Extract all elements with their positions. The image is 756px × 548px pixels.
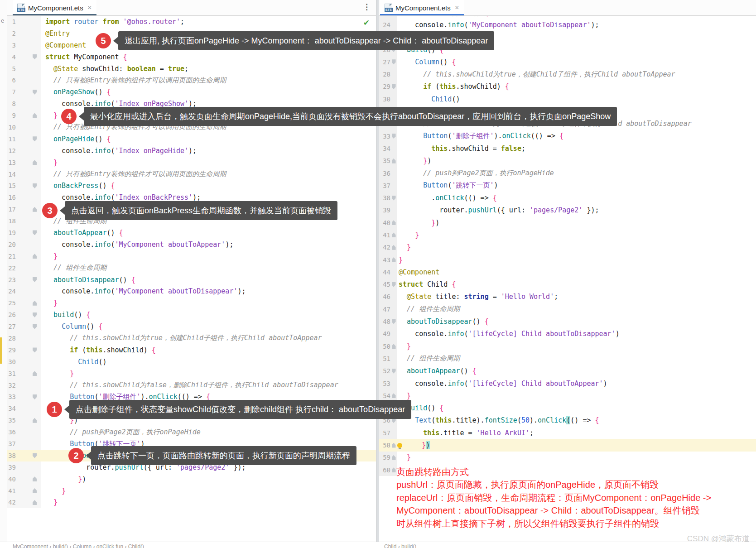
- fold-up-icon[interactable]: [390, 216, 397, 229]
- code-line[interactable]: 44@Component: [379, 266, 756, 278]
- breadcrumb[interactable]: Child › build(): [384, 543, 416, 548]
- code-line[interactable]: 7 onPageShow() {: [7, 86, 376, 98]
- fold-up-icon[interactable]: [16, 497, 41, 509]
- code-line[interactable]: 33 Button('删除子组件').onClick(() => {: [379, 130, 756, 142]
- code-line[interactable]: 27 Column() {: [379, 56, 756, 68]
- fold-down-icon[interactable]: [16, 274, 41, 286]
- code-line[interactable]: 14 // 只有被@Entry装饰的组件才可以调用页面的生命周期: [7, 168, 376, 180]
- code-line[interactable]: 38 .onClick(() => {: [379, 192, 756, 204]
- code-line[interactable]: 1import router from '@ohos.router';: [7, 16, 376, 28]
- lightbulb-icon[interactable]: [397, 443, 402, 448]
- fold-down-icon[interactable]: [16, 450, 41, 461]
- fold-down-icon[interactable]: [16, 344, 41, 356]
- fold-up-icon[interactable]: [16, 250, 41, 262]
- code-line[interactable]: 23 aboutToDisappear() {: [7, 274, 376, 286]
- code-line[interactable]: 52 aboutToAppear() {: [379, 365, 756, 377]
- code-line[interactable]: 28 // this.showChild为true，创建Child子组件，执行C…: [7, 332, 376, 344]
- tab-mycomponent-ets-right[interactable]: ETS MyComponent.ets ✕: [380, 0, 464, 15]
- code-line[interactable]: 39 router.pushUrl({ url: 'pages/Page2' }…: [379, 204, 756, 216]
- code-line[interactable]: 46 @State title: string = 'Hello World';: [379, 291, 756, 303]
- code-line[interactable]: 54 }: [379, 389, 756, 402]
- code-line[interactable]: 42 }: [7, 497, 376, 509]
- code-line[interactable]: 36 // push到Page2页面，执行onPageHide: [379, 167, 756, 179]
- code-line[interactable]: 43}: [379, 254, 756, 266]
- code-line[interactable]: 13 }: [7, 157, 376, 168]
- code-line[interactable]: 24 console.info('MyComponent aboutToDisa…: [379, 19, 756, 31]
- fold-up-icon[interactable]: [16, 157, 41, 168]
- code-lines-left[interactable]: 1import router from '@ohos.router';2@Ent…: [7, 16, 376, 508]
- code-line[interactable]: 25 }: [7, 297, 376, 309]
- fold-up-icon[interactable]: [16, 203, 41, 215]
- code-line[interactable]: 32 // this.showChild为false，删除Child子组件，执行…: [7, 380, 376, 391]
- fold-down-icon[interactable]: [16, 309, 41, 321]
- code-line[interactable]: 4struct MyComponent {: [7, 51, 376, 63]
- code-line[interactable]: 5 @State showChild: boolean = true;: [7, 63, 376, 75]
- code-line[interactable]: 28 // this.showChild为true，创建Child子组件，执行C…: [379, 68, 756, 80]
- fold-down-icon[interactable]: [16, 227, 41, 239]
- fold-down-icon[interactable]: [390, 81, 397, 93]
- code-line[interactable]: 41 }: [379, 229, 756, 241]
- fold-down-icon[interactable]: [16, 391, 41, 403]
- code-line[interactable]: 27 Column() {: [7, 321, 376, 332]
- code-line[interactable]: 20 console.info('MyComponent aboutToAppe…: [7, 239, 376, 250]
- code-line[interactable]: 40 }): [7, 473, 376, 485]
- fold-up-icon[interactable]: [16, 297, 41, 309]
- code-line[interactable]: 29 if (this.showChild) {: [379, 81, 756, 93]
- fold-down-icon[interactable]: [390, 192, 397, 204]
- code-line[interactable]: 36 // push到Page2页面，执行onPageHide: [7, 426, 376, 438]
- fold-down-icon[interactable]: [16, 321, 41, 332]
- breadcrumb[interactable]: MyComponent › build() › Column › onClick…: [13, 543, 144, 548]
- fold-up-icon[interactable]: [16, 473, 41, 485]
- fold-down-icon[interactable]: [16, 86, 41, 98]
- code-lines-right[interactable]: 23 aboutToDisappear() {24 console.info('…: [379, 15, 756, 476]
- code-line[interactable]: 19 aboutToAppear() {: [7, 227, 376, 239]
- fold-down-icon[interactable]: [390, 130, 397, 142]
- fold-up-icon[interactable]: [16, 414, 41, 426]
- inspections-ok-icon[interactable]: ✔: [363, 18, 370, 28]
- close-icon[interactable]: ✕: [87, 5, 92, 11]
- editor-splitter[interactable]: [376, 0, 379, 548]
- code-line[interactable]: 11 onPageHide() {: [7, 133, 376, 145]
- code-line[interactable]: 45struct Child {: [379, 279, 756, 291]
- code-line[interactable]: 42 }: [379, 241, 756, 254]
- fold-up-icon[interactable]: [16, 110, 41, 121]
- fold-up-icon[interactable]: [390, 464, 397, 476]
- close-icon[interactable]: ✕: [455, 5, 459, 11]
- fold-down-icon[interactable]: [390, 365, 397, 377]
- fold-up-icon[interactable]: [390, 241, 397, 254]
- fold-up-icon[interactable]: [16, 368, 41, 380]
- code-line[interactable]: 6 // 只有被@Entry装饰的组件才可以调用页面的生命周期: [7, 74, 376, 86]
- code-line[interactable]: 29 if (this.showChild) {: [7, 344, 376, 356]
- code-line[interactable]: 51 // 组件生命周期: [379, 352, 756, 365]
- code-line[interactable]: 30 Child(): [379, 93, 756, 105]
- fold-down-icon[interactable]: [390, 279, 397, 291]
- code-line[interactable]: 22 // 组件生命周期: [7, 262, 376, 274]
- code-line[interactable]: 56 Text(this.title).fontSize(50).onClick…: [379, 414, 756, 427]
- code-line[interactable]: 12 console.info('Index onPageHide');: [7, 145, 376, 157]
- code-line[interactable]: 35 }): [379, 155, 756, 167]
- code-line[interactable]: 40 }): [379, 216, 756, 229]
- code-line[interactable]: 59 }: [379, 452, 756, 464]
- code-line[interactable]: 48 aboutToDisappear() {: [379, 315, 756, 327]
- code-line[interactable]: 49 console.info('[lifeCycle] Child about…: [379, 328, 756, 340]
- fold-up-icon[interactable]: [390, 229, 397, 241]
- fold-down-icon[interactable]: [390, 56, 397, 68]
- tab-mycomponent-ets-left[interactable]: ETS MyComponent.ets ✕: [13, 0, 96, 15]
- code-line[interactable]: 30 Child(): [7, 356, 376, 368]
- code-line[interactable]: 57 this.title = 'Hello ArkUI';: [379, 427, 756, 439]
- code-line[interactable]: 15 onBackPress() {: [7, 180, 376, 192]
- fold-down-icon[interactable]: [16, 51, 41, 63]
- fold-up-icon[interactable]: [390, 340, 397, 352]
- code-line[interactable]: 37 Button('跳转下一页'): [379, 179, 756, 192]
- fold-up-icon[interactable]: [16, 485, 41, 497]
- fold-down-icon[interactable]: [16, 133, 41, 145]
- code-line[interactable]: 34 this.showChild = false;: [379, 142, 756, 154]
- code-line[interactable]: 55 build() {: [379, 402, 756, 414]
- code-line[interactable]: 58 }): [379, 439, 756, 451]
- code-line[interactable]: 24 console.info('MyComponent aboutToDisa…: [7, 285, 376, 297]
- fold-up-icon[interactable]: [390, 155, 397, 167]
- fold-up-icon[interactable]: [390, 452, 397, 464]
- fold-down-icon[interactable]: [16, 180, 41, 192]
- kebab-menu-icon[interactable]: ⋮: [363, 3, 371, 12]
- fold-down-icon[interactable]: [390, 315, 397, 327]
